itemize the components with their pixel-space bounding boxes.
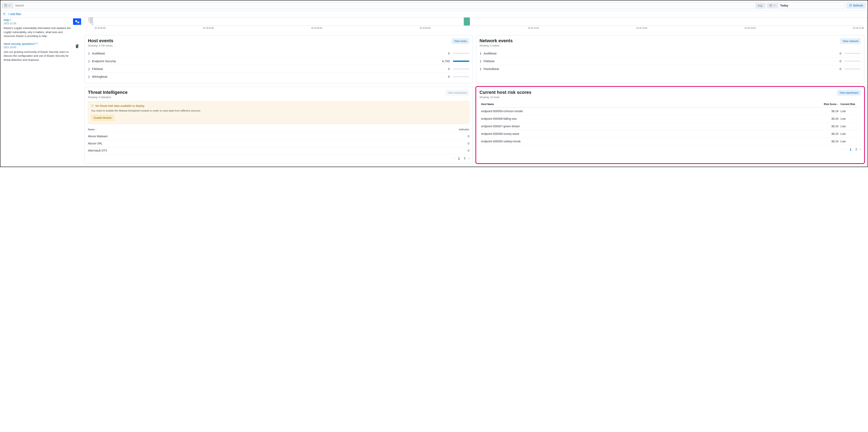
news-desc: Elastic's Log4j2 vulnerability informati… bbox=[4, 26, 71, 38]
risk-row: endpoint-000009-crimson-smoke38.24Low bbox=[479, 107, 861, 115]
pager-page-1[interactable]: 1 bbox=[457, 156, 461, 160]
date-picker[interactable]: Today bbox=[767, 2, 844, 9]
threat-name: Abuse Malware bbox=[88, 134, 453, 138]
expand-icon[interactable]: ❯ bbox=[88, 67, 90, 70]
risk-score: 38.24 bbox=[818, 125, 840, 128]
chart-bar bbox=[464, 18, 470, 26]
y-axis-labels: 1,500 1,000 500 0 bbox=[85, 18, 93, 26]
host-risk-panel: Current host risk scores Showing: 10 hos… bbox=[476, 87, 864, 163]
callout-title-text: No threat intel data available to displa… bbox=[95, 104, 145, 107]
save-query-icon bbox=[4, 4, 7, 7]
event-row: ❯Packetbeat0 bbox=[479, 65, 861, 72]
pager-page-2[interactable]: 2 bbox=[463, 156, 467, 160]
event-name: Filebeat bbox=[484, 59, 838, 63]
date-value: Today bbox=[778, 2, 790, 9]
th-name[interactable]: Name ↑ bbox=[88, 128, 453, 131]
news-link[interactable]: help ⇱ bbox=[4, 18, 11, 22]
kql-toggle[interactable]: KQL bbox=[755, 3, 765, 8]
panel-title: Network events bbox=[479, 38, 513, 43]
event-row: ❯Filebeat0 bbox=[479, 57, 861, 65]
content: help ⇱ 2021-12-20 Elastic's Log4j2 vulne… bbox=[0, 18, 868, 167]
event-count: 0 bbox=[448, 67, 450, 70]
event-name: Filebeat bbox=[92, 67, 446, 70]
expand-icon[interactable]: ❯ bbox=[479, 52, 482, 55]
risk-row: endpoint-000007-green-dream38.24Low bbox=[479, 123, 861, 130]
svg-point-5 bbox=[78, 22, 79, 23]
risk-row: endpoint-000006-snowy-wave38.24Low bbox=[479, 130, 861, 138]
event-count: 0 bbox=[448, 75, 450, 78]
external-link-icon: ⇱ bbox=[10, 19, 11, 22]
expand-icon[interactable]: ❯ bbox=[88, 52, 90, 55]
filter-icon[interactable] bbox=[3, 13, 6, 16]
pager-next[interactable]: › bbox=[860, 148, 861, 151]
event-row: ❯Auditbeat0 bbox=[479, 50, 861, 57]
date-prefix bbox=[767, 3, 778, 8]
panel-title: Host events bbox=[88, 38, 114, 43]
event-row: ❯Winlogbeat0 bbox=[88, 73, 469, 80]
event-count: 4,700 bbox=[442, 59, 450, 63]
enable-module-button[interactable]: Enable Module bbox=[91, 115, 115, 121]
x-axis-labels: 02-28 00:0002-28 03:0002-28 06:0002-28 0… bbox=[94, 27, 864, 29]
expand-icon[interactable]: ❯ bbox=[479, 60, 482, 63]
risk-score: 38.24 bbox=[818, 140, 840, 143]
pager-next[interactable]: › bbox=[468, 157, 469, 160]
expand-icon[interactable]: ❯ bbox=[479, 67, 482, 70]
sort-desc-icon: ↓ bbox=[837, 103, 838, 106]
event-bar bbox=[844, 53, 861, 54]
network-events-panel: Network events Showing: 0 events View ne… bbox=[476, 35, 864, 84]
risk-table-header: Host Name Risk Score ↓ Current Risk bbox=[479, 101, 861, 107]
search-options-button[interactable] bbox=[2, 3, 13, 8]
pager-page-2[interactable]: 2 bbox=[854, 147, 859, 151]
svg-point-3 bbox=[76, 21, 77, 22]
news-date: 2021-12-20 bbox=[4, 22, 71, 25]
th-indicator[interactable]: Indicator bbox=[453, 128, 469, 131]
threat-indicator: 0 bbox=[453, 134, 469, 138]
event-name: Auditbeat bbox=[92, 52, 446, 55]
threat-row: Abuse URL0 bbox=[88, 140, 469, 147]
expand-icon[interactable]: ❯ bbox=[88, 75, 90, 78]
pager-prev: ‹ bbox=[846, 148, 847, 151]
view-hosts-button[interactable]: View hosts bbox=[452, 38, 469, 44]
news-sidebar: help ⇱ 2021-12-20 Elastic's Log4j2 vulne… bbox=[4, 18, 81, 163]
event-bar bbox=[453, 76, 469, 77]
event-bar bbox=[844, 61, 861, 62]
news-item: help ⇱ 2021-12-20 Elastic's Log4j2 vulne… bbox=[4, 18, 81, 38]
events-histogram: 1,500 1,000 500 0 02-28 00:0002-28 03:00… bbox=[85, 18, 864, 32]
risk-row: endpoint-000008-falling-sea38.24Low bbox=[479, 115, 861, 123]
th-score[interactable]: Risk Score ↓ bbox=[818, 103, 840, 106]
search-input[interactable] bbox=[13, 2, 755, 9]
th-risk[interactable]: Current Risk bbox=[840, 103, 861, 106]
sort-asc-icon: ↑ bbox=[95, 128, 96, 131]
svg-rect-1 bbox=[770, 5, 772, 7]
risk-level: Low bbox=[840, 140, 861, 143]
risk-host: endpoint-000005-solitary-brook bbox=[479, 140, 818, 143]
chart-body bbox=[94, 18, 864, 26]
pager-page-1[interactable]: 1 bbox=[848, 147, 853, 151]
panel-title: Threat Intelligence bbox=[88, 90, 127, 95]
view-dashboard-button[interactable]: View dashboard bbox=[837, 90, 861, 96]
risk-score: 38.24 bbox=[818, 110, 840, 113]
th-host[interactable]: Host Name bbox=[479, 103, 818, 106]
info-icon: i bbox=[91, 104, 94, 107]
event-name: Auditbeat bbox=[484, 52, 838, 55]
news-desc: Join our growing community of Elastic Se… bbox=[4, 50, 71, 62]
panel-subtitle: Showing: 10 hosts bbox=[479, 96, 531, 99]
risk-host: endpoint-000007-green-dream bbox=[479, 125, 818, 128]
chevron-down-icon bbox=[773, 4, 776, 7]
risk-row: endpoint-000005-solitary-brook38.24Low bbox=[479, 138, 861, 145]
threat-name: AlienVault OTX bbox=[88, 149, 453, 152]
event-row: ❯Filebeat0 bbox=[88, 65, 469, 73]
threat-intel-panel: Threat Intelligence Showing: 0 indicator… bbox=[85, 87, 473, 163]
risk-host: endpoint-000009-crimson-smoke bbox=[479, 110, 818, 113]
top-bar: KQL Today Refresh bbox=[0, 0, 868, 11]
threat-intel-callout: i No threat intel data available to disp… bbox=[88, 101, 469, 124]
event-count: 0 bbox=[448, 52, 450, 55]
risk-score: 38.24 bbox=[818, 117, 840, 120]
view-network-button[interactable]: View network bbox=[840, 38, 861, 44]
expand-icon[interactable]: ❯ bbox=[88, 60, 90, 63]
refresh-button[interactable]: Refresh bbox=[846, 2, 866, 9]
news-link[interactable]: Have security questions? ⇱ bbox=[4, 42, 38, 45]
risk-level: Low bbox=[840, 132, 861, 135]
add-filter-button[interactable]: + Add filter bbox=[8, 12, 22, 16]
refresh-icon bbox=[849, 4, 852, 7]
